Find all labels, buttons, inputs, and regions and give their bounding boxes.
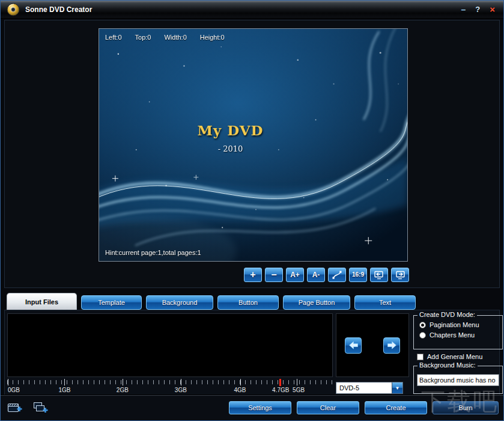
chapters-menu-radio[interactable] [419, 332, 426, 339]
ruler-label: 1GB [58, 387, 70, 393]
zoom-out-button[interactable]: − [265, 268, 283, 282]
pagination-menu-radio[interactable] [419, 322, 426, 328]
menu-preview-canvas[interactable]: Left:0 Top:0 Width:0 Height:0 My DVD - 2… [99, 28, 408, 262]
add-video-button[interactable] [6, 400, 23, 416]
clear-button[interactable]: Clear [297, 401, 359, 414]
screen-next-button[interactable] [391, 268, 409, 282]
options-panel: Create DVD Mode: Pagination Menu Chapter… [412, 310, 504, 396]
app-window: Sonne DVD Creator – ? × [0, 0, 504, 421]
add-general-menu-option[interactable]: Add General Menu [417, 353, 482, 360]
tab-background[interactable]: Background [146, 295, 213, 310]
coord-left: Left:0 [105, 34, 122, 41]
input-files-panel: 0GB 1GB 2GB 3GB 4GB 4.7GB 5GB DVD-5 ▼ [4, 310, 500, 396]
add-general-menu-label: Add General Menu [427, 353, 482, 360]
add-media-buttons [6, 400, 49, 416]
coord-height: Height:0 [200, 34, 225, 41]
arrow-left-icon [348, 341, 359, 349]
add-general-menu-checkbox[interactable] [417, 354, 424, 360]
dvd-menu-subtitle[interactable]: - 2010 [99, 144, 384, 153]
ruler-ticks [7, 380, 333, 384]
chapters-menu-option[interactable]: Chapters Menu [419, 331, 502, 339]
pagination-menu-option[interactable]: Pagination Menu [419, 321, 502, 328]
disc-type-select[interactable]: DVD-5 ▼ [336, 382, 403, 394]
help-button[interactable]: ? [475, 5, 480, 13]
capacity-marker [279, 379, 281, 386]
node-edit-button[interactable] [328, 268, 346, 282]
add-video-icon [7, 400, 23, 416]
preview-panel: Left:0 Top:0 Width:0 Height:0 My DVD - 2… [4, 20, 500, 288]
chapters-menu-label: Chapters Menu [430, 331, 475, 339]
arrow-right-icon [387, 341, 397, 349]
pagination-menu-label: Pagination Menu [430, 321, 479, 328]
titlebar: Sonne DVD Creator – ? × [1, 1, 503, 19]
tab-template[interactable]: Template [81, 295, 142, 310]
create-button[interactable]: Create [365, 401, 427, 414]
ruler-label: 3GB [175, 387, 187, 393]
close-button[interactable]: × [490, 5, 495, 14]
font-increase-button[interactable]: A+ [286, 268, 304, 282]
ruler-label: 4.7GB [272, 387, 289, 393]
disc-type-value: DVD-5 [336, 383, 392, 393]
add-video-folder-button[interactable] [32, 400, 49, 416]
coord-top: Top:0 [135, 34, 151, 41]
dropdown-arrow-icon[interactable]: ▼ [392, 383, 402, 393]
ruler-label: 5GB [293, 387, 305, 393]
dvd-menu-title[interactable]: My DVD [99, 122, 384, 138]
tab-bar: Input Files Template Background Button P… [7, 293, 416, 310]
node-edit-icon [332, 271, 342, 279]
minimize-button[interactable]: – [461, 5, 466, 14]
preview-toolbar: + − A+ A- 16:9 [99, 268, 409, 282]
ruler-label: 4GB [234, 387, 246, 393]
page-hint-text: Hint:current page:1,total pages:1 [105, 249, 201, 256]
main-action-buttons: Settings Clear Create Burn [229, 401, 499, 414]
file-list[interactable] [7, 313, 333, 377]
zoom-in-button[interactable]: + [244, 268, 262, 282]
background-music-group: Background Music: [413, 366, 503, 394]
tab-input-files[interactable]: Input Files [7, 293, 77, 310]
add-video-folder-icon [32, 400, 49, 416]
tab-text[interactable]: Text [354, 295, 416, 310]
next-page-button[interactable] [383, 337, 400, 354]
titlebar-controls: – ? × [461, 5, 497, 14]
app-disc-icon [7, 3, 20, 16]
screen-prev-button[interactable] [370, 268, 388, 282]
aspect-ratio-button[interactable]: 16:9 [349, 268, 367, 282]
font-decrease-button[interactable]: A- [307, 268, 325, 282]
background-music-title: Background Music: [417, 361, 478, 369]
create-dvd-mode-group: Create DVD Mode: Pagination Menu Chapter… [413, 315, 503, 349]
prev-page-button[interactable] [345, 337, 362, 354]
window-title: Sonne DVD Creator [25, 5, 92, 14]
selection-coordinates: Left:0 Top:0 Width:0 Height:0 [105, 34, 225, 41]
tab-button[interactable]: Button [217, 295, 279, 310]
background-music-input[interactable] [417, 374, 499, 386]
disc-size-ruler: 0GB 1GB 2GB 3GB 4GB 4.7GB 5GB [7, 379, 333, 395]
tab-page-button[interactable]: Page Button [283, 295, 350, 310]
screen-left-icon [374, 271, 384, 280]
burn-button[interactable]: Burn [433, 401, 499, 414]
ruler-label: 0GB [8, 387, 20, 393]
ruler-label: 2GB [117, 387, 129, 393]
screen-right-icon [395, 271, 405, 280]
settings-button[interactable]: Settings [229, 401, 291, 414]
bottom-action-bar: Settings Clear Create Burn [1, 395, 503, 420]
create-dvd-mode-title: Create DVD Mode: [417, 311, 477, 318]
coord-width: Width:0 [164, 34, 186, 41]
page-nav-panel [336, 313, 409, 377]
